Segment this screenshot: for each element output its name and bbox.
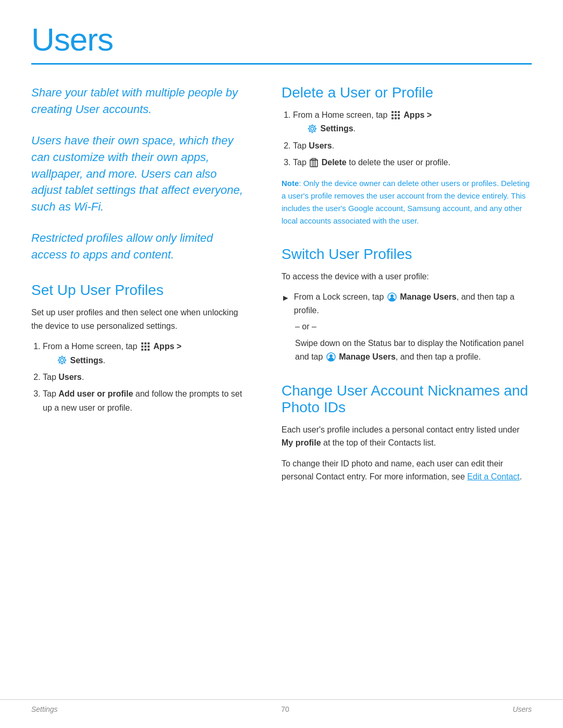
delete-section-heading: Delete a User or Profile xyxy=(282,84,532,101)
add-user-label: Add user or profile xyxy=(58,389,133,398)
change-para-1: Each user's profile includes a personal … xyxy=(282,423,532,450)
change-heading-text: Change User Account Nicknames and Photo … xyxy=(282,382,528,415)
change-section-heading: Change User Account Nicknames and Photo … xyxy=(282,382,532,416)
page-footer: Settings 70 Users xyxy=(0,699,563,713)
svg-point-29 xyxy=(390,294,394,298)
switch-intro: To access the device with a user profile… xyxy=(282,270,532,283)
manage-users-label-1: Manage Users xyxy=(400,292,457,301)
settings-label-2: Settings xyxy=(320,124,353,133)
svg-point-21 xyxy=(309,126,315,132)
svg-rect-16 xyxy=(398,114,400,116)
title-divider xyxy=(31,63,532,65)
switch-bullet-text-1: From a Lock screen, tap Manage Users, an… xyxy=(294,290,532,317)
apps-grid-icon xyxy=(141,342,150,351)
bullet-arrow-icon: ► xyxy=(282,291,290,305)
manage-users-icon-1 xyxy=(387,292,397,302)
svg-rect-11 xyxy=(391,111,394,113)
manage-users-icon-2 xyxy=(326,352,336,362)
svg-rect-6 xyxy=(141,349,143,351)
svg-rect-13 xyxy=(398,111,400,113)
footer-page-number: 70 xyxy=(281,705,289,713)
switch-bullet-1: ► From a Lock screen, tap Manage Users, … xyxy=(282,290,532,317)
intro-paragraph-1: Share your tablet with multiple people b… xyxy=(31,84,250,118)
svg-point-20 xyxy=(311,127,314,130)
page-container: Users Share your tablet with multiple pe… xyxy=(0,0,563,728)
svg-point-9 xyxy=(60,359,64,362)
svg-rect-2 xyxy=(148,342,150,344)
svg-rect-18 xyxy=(395,117,397,119)
svg-rect-19 xyxy=(398,117,400,119)
settings-gear-icon-2 xyxy=(308,124,317,133)
edit-contact-link[interactable]: Edit a Contact xyxy=(467,472,520,481)
right-column: Delete a User or Profile From a Home scr… xyxy=(282,84,532,491)
set-up-description: Set up user profiles and then select one… xyxy=(31,306,250,332)
delete-label: Delete xyxy=(322,158,347,167)
change-para-2: To change their ID photo and name, each … xyxy=(282,457,532,484)
svg-rect-0 xyxy=(141,342,143,344)
delete-step-1: From a Home screen, tap xyxy=(293,108,532,136)
settings-label-1: Settings xyxy=(70,356,103,365)
svg-point-31 xyxy=(329,354,333,357)
set-up-step-3: Tap Add user or profile and follow the p… xyxy=(43,387,250,415)
svg-point-10 xyxy=(59,357,65,363)
apps-grid-icon-2 xyxy=(391,110,400,120)
svg-rect-14 xyxy=(391,114,394,116)
svg-rect-4 xyxy=(144,346,146,348)
users-label-2: Users xyxy=(309,141,332,150)
svg-rect-15 xyxy=(395,114,397,116)
svg-rect-17 xyxy=(391,117,394,119)
two-column-layout: Share your tablet with multiple people b… xyxy=(31,84,532,491)
or-separator: – or – xyxy=(295,322,532,331)
svg-rect-8 xyxy=(148,349,150,351)
delete-steps-list: From a Home screen, tap xyxy=(293,108,532,170)
svg-rect-7 xyxy=(144,349,146,351)
my-profile-label: My profile xyxy=(282,438,321,447)
svg-rect-1 xyxy=(144,342,146,344)
left-column: Share your tablet with multiple people b… xyxy=(31,84,250,491)
trash-icon xyxy=(310,158,318,167)
apps-label: Apps > xyxy=(153,342,181,351)
footer-right-label: Users xyxy=(512,705,532,713)
set-up-section-heading: Set Up User Profiles xyxy=(31,282,250,299)
footer-left-label: Settings xyxy=(31,705,58,713)
set-up-steps-list: From a Home screen, tap xyxy=(43,340,250,415)
users-label-1: Users xyxy=(58,373,81,381)
delete-note: Note: Only the device owner can delete o… xyxy=(282,177,532,227)
svg-rect-3 xyxy=(141,346,143,348)
manage-users-label-2: Manage Users xyxy=(339,352,396,361)
switch-section-heading: Switch User Profiles xyxy=(282,246,532,263)
svg-rect-12 xyxy=(395,111,397,113)
delete-step-3: Tap Delete to delete the user or profile… xyxy=(293,156,532,169)
note-label: Note xyxy=(282,179,299,188)
intro-paragraph-3: Restricted profiles allow only limited a… xyxy=(31,230,250,263)
set-up-step-1: From a Home screen, tap xyxy=(43,340,250,367)
page-title: Users xyxy=(31,21,532,58)
apps-label-2: Apps > xyxy=(403,110,432,119)
svg-rect-5 xyxy=(148,346,150,348)
settings-gear-icon-1 xyxy=(57,355,67,365)
set-up-step-2: Tap Users. xyxy=(43,371,250,384)
delete-step-2: Tap Users. xyxy=(293,139,532,153)
intro-paragraph-2: Users have their own space, which they c… xyxy=(31,132,250,215)
switch-or-text: Swipe down on the Status bar to display … xyxy=(295,337,532,363)
